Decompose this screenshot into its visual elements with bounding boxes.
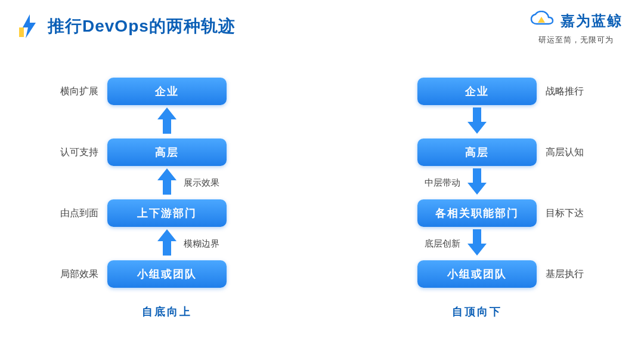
left-subtitle: 自底向上 xyxy=(142,304,192,319)
right-level-0-label: 战略推行 xyxy=(546,85,584,98)
title-accent-icon xyxy=(18,14,38,38)
svg-marker-0 xyxy=(23,14,36,38)
left-level-1-node: 高层 xyxy=(107,139,227,166)
brand-logo-icon xyxy=(530,11,556,31)
arrow-up-icon xyxy=(156,106,178,137)
svg-marker-6 xyxy=(467,229,487,256)
right-column: 企业 战略推行 高层 高层认知 中层带动 各相关职能部门 xyxy=(370,78,584,319)
svg-marker-2 xyxy=(157,168,177,195)
left-arrow-2-label: 模糊边界 xyxy=(184,238,219,250)
arrow-down-icon xyxy=(466,167,488,198)
left-level-0-label: 横向扩展 xyxy=(60,85,98,98)
left-level-0-node: 企业 xyxy=(107,78,227,105)
right-level-2-node: 各相关职能部门 xyxy=(417,199,537,227)
right-level-2-label: 目标下达 xyxy=(546,207,584,220)
left-level-2-label: 由点到面 xyxy=(60,207,98,220)
svg-marker-1 xyxy=(157,107,177,134)
left-level-2-node: 上下游部门 xyxy=(107,199,227,227)
svg-marker-5 xyxy=(467,168,487,195)
arrow-down-icon xyxy=(466,106,488,137)
right-level-3-node: 小组或团队 xyxy=(417,260,537,288)
right-level-3-label: 基层执行 xyxy=(546,268,584,281)
svg-marker-4 xyxy=(467,107,487,134)
slide-title: 推行DevOps的两种轨迹 xyxy=(48,15,236,38)
right-subtitle: 自顶向下 xyxy=(452,304,502,319)
svg-marker-3 xyxy=(157,229,177,256)
right-arrow-1-label: 中层带动 xyxy=(425,177,460,189)
arrow-up-icon xyxy=(156,228,178,259)
brand-name: 嘉为蓝鲸 xyxy=(561,11,623,30)
brand-block: 嘉为蓝鲸 研运至简，无限可为 xyxy=(530,11,623,45)
arrow-up-icon xyxy=(156,167,178,198)
slide-header: 推行DevOps的两种轨迹 xyxy=(18,14,236,38)
left-level-1-label: 认可支持 xyxy=(60,146,98,159)
right-level-1-label: 高层认知 xyxy=(546,146,584,159)
left-level-3-label: 局部效果 xyxy=(60,268,98,281)
right-level-0-node: 企业 xyxy=(417,78,537,105)
left-level-3-node: 小组或团队 xyxy=(107,260,227,288)
slide: 推行DevOps的两种轨迹 嘉为蓝鲸 研运至简，无限可为 横向扩展 企业 xyxy=(0,0,644,363)
left-column: 横向扩展 企业 认可支持 高层 展示效果 由点到面 上下游 xyxy=(60,78,274,319)
brand-tagline: 研运至简，无限可为 xyxy=(530,35,623,45)
arrow-down-icon xyxy=(466,228,488,259)
diagram-content: 横向扩展 企业 认可支持 高层 展示效果 由点到面 上下游 xyxy=(0,78,644,319)
right-arrow-2-label: 底层创新 xyxy=(425,238,460,250)
left-arrow-1-label: 展示效果 xyxy=(184,177,219,189)
right-level-1-node: 高层 xyxy=(417,139,537,166)
